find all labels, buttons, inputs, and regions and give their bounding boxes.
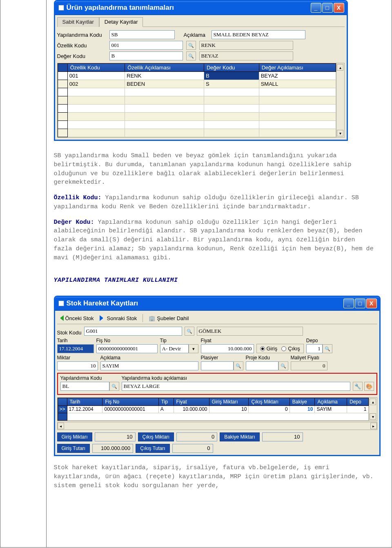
cell[interactable]: 0 xyxy=(249,406,290,413)
aciklama2-input[interactable] xyxy=(100,361,198,370)
g2-col-fisno[interactable]: Fiş No xyxy=(102,398,158,406)
cell[interactable]: 000000000000001 xyxy=(102,406,158,413)
g2-col-fiyat[interactable]: Fiyat xyxy=(174,398,209,406)
tab-detay[interactable]: Detay Kayıtlar xyxy=(99,17,143,27)
cell[interactable]: RENK xyxy=(125,72,204,80)
cell[interactable]: BEDEN xyxy=(125,80,204,88)
col-ozellik-aciklama[interactable]: Özellik Açıklaması xyxy=(125,64,204,72)
miktar-input[interactable] xyxy=(57,361,98,370)
prev-arrow-icon xyxy=(58,315,64,321)
col-deger-aciklama[interactable]: Değer Açıklaması xyxy=(259,64,336,72)
grid2-row[interactable]: >> 17.12.2004 000000000000001 A 10.000.0… xyxy=(58,406,368,413)
cell[interactable]: 10.000.000 xyxy=(174,406,209,413)
deger-lookup-button[interactable]: 🔍 xyxy=(186,51,196,60)
minimize-button[interactable]: _ xyxy=(343,299,354,308)
branches-button[interactable]: 🏢 Şubeler Dahil xyxy=(149,315,189,321)
cell[interactable]: 17.12.2004 xyxy=(67,406,102,413)
ozellik-lookup-button[interactable]: 🔍 xyxy=(186,41,196,50)
maximize-button[interactable]: □ xyxy=(322,3,333,13)
yapkoduack-input[interactable] xyxy=(122,382,350,391)
g2-col-bakiye[interactable]: Bakiye xyxy=(290,398,315,406)
col-deger-kodu[interactable]: Değer Kodu xyxy=(204,64,259,72)
prev-stock-button[interactable]: Önceki Stok xyxy=(58,315,94,321)
cell[interactable]: 1 xyxy=(347,406,368,413)
giris-radio[interactable] xyxy=(260,346,265,351)
scroll-down-icon[interactable]: ▾ xyxy=(370,413,376,420)
cikis-radio[interactable] xyxy=(281,346,286,351)
tip-dropdown-icon[interactable]: ▾ xyxy=(189,344,198,353)
tool-color-icon[interactable]: 🎨 xyxy=(364,382,374,391)
product-config-window: Ürün yapılandırma tanımlamaları _ □ X Sa… xyxy=(54,0,348,141)
yapkodu2-lookup-button[interactable]: 🔍 xyxy=(109,382,119,391)
bakiye-miktar-value: 10 xyxy=(262,432,303,441)
plasiyer-input[interactable] xyxy=(201,361,234,370)
next-stock-button[interactable]: Sonraki Stok xyxy=(100,315,137,321)
scroll-right-icon[interactable]: ▸ xyxy=(370,423,377,429)
stok-lookup-button[interactable]: 🔍 xyxy=(185,327,194,336)
app-icon xyxy=(58,5,64,11)
g2-col-tip[interactable]: Tip xyxy=(158,398,174,406)
stok-ad-display xyxy=(197,327,303,336)
titlebar[interactable]: Ürün yapılandırma tanımlamaları _ □ X xyxy=(55,1,347,15)
cell[interactable]: BEYAZ xyxy=(259,72,336,80)
titlebar-2[interactable]: Stok Hareket Kayıtları _ □ X xyxy=(55,297,379,311)
cell[interactable]: SAYIM xyxy=(315,406,347,413)
g2-col-ack[interactable]: Açıklama xyxy=(315,398,347,406)
proje-input[interactable] xyxy=(246,361,278,370)
fiyat-label: Fiyat xyxy=(201,338,254,343)
depo-input[interactable] xyxy=(306,344,323,353)
row-indicator: >> xyxy=(58,406,67,413)
direction-radio-group[interactable]: Giriş Çıkış xyxy=(256,344,304,353)
grid-row[interactable]: 002 BEDEN S SMALL xyxy=(58,80,336,88)
tarih-input[interactable] xyxy=(57,344,94,353)
aciklama-input[interactable] xyxy=(212,30,305,39)
scroll-up-icon[interactable]: ▴ xyxy=(370,399,376,405)
stok-kodu-input[interactable] xyxy=(84,327,182,336)
scroll-up-icon[interactable]: ▴ xyxy=(337,64,343,71)
g2-col-giris[interactable]: Giriş Miktarı xyxy=(209,398,249,406)
cell[interactable]: A xyxy=(158,406,174,413)
depo-lookup-button[interactable]: 🔍 xyxy=(323,344,332,353)
yap-kodu-input[interactable] xyxy=(109,30,175,39)
grid-row[interactable]: >> 001 RENK B BEYAZ xyxy=(58,72,336,80)
cikis-tutar-label: Çıkış Tutarı xyxy=(136,444,169,453)
toolbar: Önceki Stok Sonraki Stok 🏢 Şubeler Dahil xyxy=(57,312,377,324)
giris-miktar-label: Giriş Miktarı xyxy=(57,432,92,441)
grid-scrollbar[interactable]: ▴ ▾ xyxy=(336,63,344,137)
cell[interactable]: 10 xyxy=(290,406,315,413)
col-ozellik-kodu[interactable]: Özellik Kodu xyxy=(67,64,125,72)
close-button[interactable]: X xyxy=(334,3,344,13)
cell[interactable]: 002 xyxy=(67,80,125,88)
g2-col-tarih[interactable]: Tarih xyxy=(67,398,102,406)
fisno-input[interactable] xyxy=(96,344,158,353)
deger-kodu-label: Değer Kodu xyxy=(57,53,106,59)
g2-col-cikis[interactable]: Çıkış Miktarı xyxy=(249,398,290,406)
cell[interactable]: S xyxy=(204,80,259,88)
fiyat-input[interactable] xyxy=(201,344,254,353)
close-button[interactable]: X xyxy=(366,299,377,308)
g2-col-depo[interactable]: Depo xyxy=(347,398,368,406)
cell[interactable]: 001 xyxy=(67,72,125,80)
yap-kodu-label: Yapılandırma Kodu xyxy=(57,32,106,38)
scroll-down-icon[interactable]: ▾ xyxy=(337,130,343,136)
yapkodu2-input[interactable] xyxy=(60,382,109,391)
scroll-left-icon[interactable]: ◂ xyxy=(58,423,64,429)
branches-icon: 🏢 xyxy=(149,315,155,321)
minimize-button[interactable]: _ xyxy=(311,3,321,13)
grid2-hscrollbar[interactable]: ◂ ▸ xyxy=(57,422,377,430)
maximize-button[interactable]: □ xyxy=(355,299,365,308)
tip-select[interactable] xyxy=(160,344,189,353)
plasiyer-lookup-button[interactable]: 🔍 xyxy=(234,361,243,370)
cell[interactable]: SMALL xyxy=(259,80,336,88)
grid2-scrollbar[interactable]: ▴ ▾ xyxy=(369,398,377,421)
ozellik-kodu-input[interactable] xyxy=(109,41,183,50)
cell[interactable]: 10 xyxy=(209,406,249,413)
cell-selected[interactable]: B xyxy=(204,72,259,80)
proje-lookup-button[interactable]: 🔍 xyxy=(278,361,288,370)
stock-movement-window: Stok Hareket Kayıtları _ □ X Önceki Stok… xyxy=(54,296,381,456)
deger-kodu-key: Değer Kodu: xyxy=(54,219,94,226)
tab-sabit[interactable]: Sabit Kayıtlar xyxy=(57,17,99,27)
deger-kodu-input[interactable] xyxy=(109,51,183,60)
tool-wrench-icon[interactable]: 🔧 xyxy=(353,382,363,391)
tab-strip: Sabit Kayıtlar Detay Kayıtlar xyxy=(57,17,345,27)
